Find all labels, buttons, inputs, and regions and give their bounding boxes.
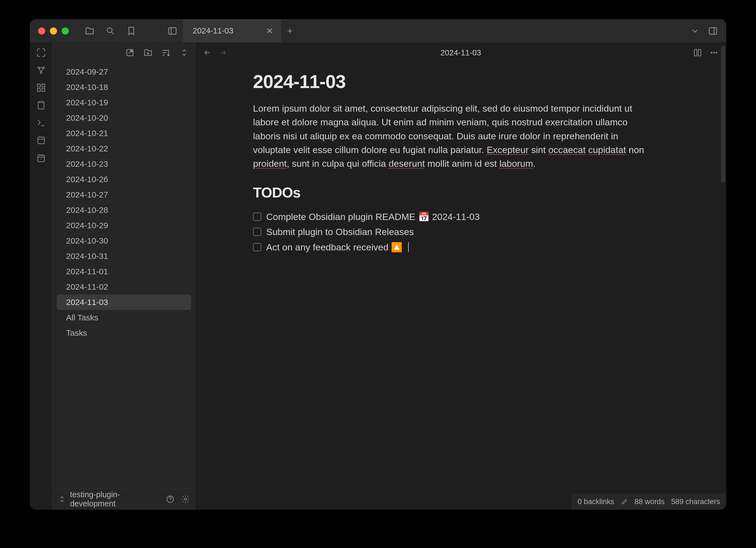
- svg-point-16: [711, 52, 712, 53]
- note-paragraph: Lorem ipsum dolor sit amet, consectetur …: [253, 101, 645, 170]
- todo-list: Complete Obsidian plugin README 📅 2024-1…: [253, 209, 645, 255]
- templates-icon[interactable]: [36, 135, 46, 145]
- todo-text: Act on any feedback received 🔼: [266, 241, 403, 252]
- minimize-window-button[interactable]: [50, 27, 57, 35]
- svg-rect-8: [37, 89, 40, 92]
- main-area: 2024-09-272024-10-182024-10-192024-10-20…: [30, 43, 726, 510]
- file-item[interactable]: 2024-10-18: [57, 79, 191, 95]
- pencil-icon[interactable]: [621, 498, 628, 505]
- note-path-title[interactable]: 2024-11-03: [440, 48, 481, 57]
- nav-forward-icon: [219, 49, 227, 57]
- file-item[interactable]: 2024-10-27: [57, 187, 191, 202]
- sort-icon[interactable]: [161, 48, 171, 57]
- file-item[interactable]: 2024-10-23: [57, 156, 191, 172]
- svg-point-15: [184, 498, 187, 500]
- svg-rect-11: [38, 137, 44, 144]
- file-item[interactable]: 2024-10-28: [57, 202, 191, 218]
- file-item[interactable]: 2024-10-29: [57, 218, 191, 233]
- status-words[interactable]: 88 words: [635, 498, 665, 506]
- chevron-down-icon[interactable]: [690, 26, 700, 36]
- file-item[interactable]: 2024-11-03: [57, 295, 191, 310]
- daily-note-icon[interactable]: [36, 100, 46, 110]
- status-backlinks[interactable]: 0 backlinks: [578, 498, 614, 506]
- vault-name: testing-plugin-development: [70, 490, 161, 508]
- editor-header: 2024-11-03: [195, 43, 726, 62]
- file-item[interactable]: 2024-10-30: [57, 233, 191, 248]
- svg-rect-2: [709, 28, 717, 34]
- command-icon[interactable]: [36, 118, 46, 128]
- checkbox[interactable]: [253, 228, 261, 236]
- editor-scrollbar[interactable]: [721, 46, 725, 183]
- settings-icon[interactable]: [181, 495, 190, 504]
- files-icon[interactable]: [85, 26, 95, 36]
- svg-rect-1: [169, 28, 176, 34]
- svg-point-0: [107, 28, 112, 33]
- file-item[interactable]: 2024-11-02: [57, 279, 191, 295]
- help-icon[interactable]: [166, 495, 175, 504]
- canvas-icon[interactable]: [36, 83, 46, 93]
- vault-switcher[interactable]: testing-plugin-development: [58, 490, 161, 508]
- todo-item[interactable]: Act on any feedback received 🔼: [253, 239, 645, 255]
- file-list[interactable]: 2024-09-272024-10-182024-10-192024-10-20…: [52, 62, 195, 488]
- svg-point-17: [714, 52, 715, 53]
- todo-text: Complete Obsidian plugin README 📅 2024-1…: [266, 211, 480, 222]
- file-item[interactable]: 2024-09-27: [57, 64, 191, 79]
- editor-body[interactable]: 2024-11-03 Lorem ipsum dolor sit amet, c…: [195, 62, 726, 510]
- note-h1: 2024-11-03: [253, 71, 645, 92]
- sidebar-footer: testing-plugin-development: [52, 488, 195, 510]
- toggle-right-sidebar-icon[interactable]: [708, 26, 718, 36]
- close-window-button[interactable]: [38, 27, 45, 35]
- svg-point-18: [716, 52, 717, 53]
- note-h2: TODOs: [253, 184, 645, 201]
- collapse-icon[interactable]: [180, 48, 189, 57]
- svg-point-5: [40, 72, 42, 73]
- titlebar: 2024-11-03 ✕ +: [30, 19, 726, 43]
- svg-rect-6: [37, 84, 40, 87]
- tab-bar: 2024-11-03 ✕ +: [183, 19, 690, 42]
- ribbon: [30, 43, 52, 510]
- maximize-window-button[interactable]: [62, 27, 69, 35]
- file-item[interactable]: 2024-10-20: [57, 110, 191, 126]
- file-item[interactable]: 2024-10-22: [57, 141, 191, 156]
- checkbox[interactable]: [253, 212, 261, 221]
- svg-rect-12: [38, 155, 44, 162]
- vault-chevron-icon: [58, 495, 66, 504]
- tab-title: 2024-11-03: [193, 26, 233, 35]
- tab-close-icon[interactable]: ✕: [266, 26, 273, 36]
- editor-pane: 2024-11-03 2024-11-03 Lorem ipsum dolor …: [195, 43, 726, 510]
- todo-item[interactable]: Complete Obsidian plugin README 📅 2024-1…: [253, 209, 645, 224]
- tab-active[interactable]: 2024-11-03 ✕: [183, 19, 282, 42]
- search-icon[interactable]: [106, 26, 115, 36]
- file-item[interactable]: All Tasks: [57, 310, 191, 325]
- new-note-icon[interactable]: [125, 48, 135, 57]
- window-controls: [30, 27, 79, 35]
- file-item[interactable]: 2024-11-01: [57, 264, 191, 279]
- sidebar-tab-switcher: [85, 26, 136, 36]
- checkbox[interactable]: [253, 243, 261, 251]
- calendar-icon[interactable]: [36, 153, 46, 163]
- graph-icon[interactable]: [36, 65, 46, 75]
- file-explorer: 2024-09-272024-10-182024-10-192024-10-20…: [52, 43, 195, 510]
- text-cursor: [408, 242, 409, 252]
- svg-rect-10: [38, 102, 44, 109]
- todo-text: Submit plugin to Obsidian Releases: [266, 226, 414, 237]
- file-item[interactable]: 2024-10-31: [57, 248, 191, 264]
- file-explorer-toolbar: [52, 43, 195, 62]
- svg-rect-9: [42, 89, 45, 92]
- toggle-left-sidebar-icon[interactable]: [167, 26, 177, 36]
- new-tab-button[interactable]: +: [282, 19, 298, 42]
- todo-item[interactable]: Submit plugin to Obsidian Releases: [253, 224, 645, 239]
- new-folder-icon[interactable]: [143, 48, 153, 57]
- file-item[interactable]: 2024-10-21: [57, 126, 191, 141]
- status-chars[interactable]: 589 characters: [671, 498, 720, 506]
- bookmark-icon[interactable]: [126, 26, 136, 36]
- more-options-icon[interactable]: [710, 48, 718, 57]
- file-item[interactable]: 2024-10-19: [57, 95, 191, 110]
- file-item[interactable]: 2024-10-26: [57, 172, 191, 187]
- status-bar: 0 backlinks 88 words 589 characters: [572, 494, 726, 510]
- app-window: 2024-11-03 ✕ + 2024-0: [30, 19, 726, 510]
- nav-back-icon[interactable]: [203, 49, 211, 57]
- reading-view-icon[interactable]: [693, 48, 702, 57]
- file-item[interactable]: Tasks: [57, 325, 191, 341]
- quick-switcher-icon[interactable]: [36, 48, 46, 58]
